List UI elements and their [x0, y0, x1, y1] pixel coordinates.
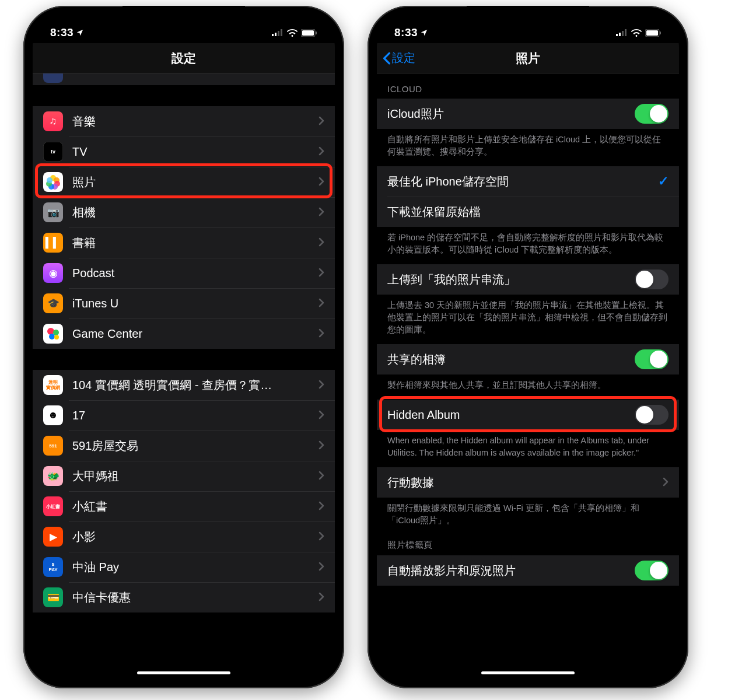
row-autoplay[interactable]: 自動播放影片和原況照片: [377, 555, 679, 586]
svg-rect-19: [619, 33, 621, 36]
row-hidden-album[interactable]: Hidden Album: [377, 400, 679, 430]
music-icon: ♫: [43, 111, 63, 131]
wifi-icon: [631, 29, 642, 37]
row-label: 591房屋交易: [72, 438, 318, 454]
settings-row-podcast[interactable]: ◉Podcast: [33, 258, 335, 288]
settings-row-app5[interactable]: 小紅書小紅書: [33, 491, 335, 522]
settings-row-photos[interactable]: 照片: [33, 167, 335, 197]
photos-settings[interactable]: ICLOUD iCloud照片 自動將所有照片和影片上傳並安全地儲存在 iClo…: [377, 74, 679, 679]
settings-row-app7[interactable]: $ PAY中油 Pay: [33, 552, 335, 582]
row-cellular-data[interactable]: 行動數據: [377, 467, 679, 498]
location-arrow-icon: [420, 29, 428, 37]
footer-icloud: 自動將所有照片和影片上傳並安全地儲存在 iCloud 上，以便您可以從任何裝置瀏…: [377, 129, 679, 166]
nav-bar: 設定: [33, 43, 335, 74]
chevron-right-icon: [318, 236, 324, 250]
home-indicator[interactable]: [481, 671, 575, 674]
settings-row-music[interactable]: ♫音樂: [33, 106, 335, 136]
svg-point-17: [54, 335, 59, 340]
settings-row-books[interactable]: ▍▍書籍: [33, 228, 335, 258]
row-label: 小紅書: [72, 499, 318, 514]
partial-row-top[interactable]: [33, 74, 335, 85]
photos-icon: [43, 172, 63, 192]
label: 最佳化 iPhone儲存空間: [387, 174, 658, 190]
svg-rect-20: [622, 31, 624, 36]
chevron-right-icon: [318, 267, 324, 280]
row-download-originals[interactable]: 下載並保留原始檔: [377, 197, 679, 227]
settings-row-app1[interactable]: 透明 實價網104 實價網 透明實價網 - 查房價？實…: [33, 370, 335, 400]
settings-row-app4[interactable]: 🐲大甲媽祖: [33, 461, 335, 491]
tv-icon: tv: [43, 142, 63, 162]
back-label: 設定: [392, 50, 415, 66]
svg-rect-21: [625, 29, 626, 36]
settings-list[interactable]: ♫音樂tvTV照片📷相機▍▍書籍◉Podcast🎓iTunes UGame Ce…: [33, 74, 335, 679]
toggle-shared-albums[interactable]: [635, 349, 668, 369]
battery-icon: [645, 29, 662, 37]
svg-rect-1: [275, 33, 276, 36]
battery-icon: [301, 29, 317, 37]
itunesu-icon: 🎓: [43, 293, 63, 313]
row-label: iTunes U: [72, 297, 318, 310]
row-label: 照片: [72, 174, 318, 190]
back-button[interactable]: 設定: [383, 50, 415, 66]
app8-icon: 💳: [43, 587, 63, 607]
chevron-right-icon: [318, 561, 324, 574]
settings-row-app3[interactable]: 591591房屋交易: [33, 430, 335, 461]
app1-icon: 透明 實價網: [43, 375, 63, 395]
footer-storage: 若 iPhone 的儲存空間不足，會自動將完整解析度的照片和影片取代為較小的裝置…: [377, 227, 679, 264]
section-header-tags: 照片標籤頁: [377, 535, 679, 555]
home-indicator[interactable]: [137, 671, 230, 674]
row-label: 相機: [72, 205, 318, 220]
toggle-my-photo-stream[interactable]: [635, 270, 668, 289]
notch: [123, 6, 245, 26]
app3-icon: 591: [43, 436, 63, 456]
row-label: 大甲媽祖: [72, 468, 318, 484]
row-shared-albums[interactable]: 共享的相簿: [377, 344, 679, 374]
svg-rect-6: [316, 32, 317, 34]
nav-bar: 設定 照片: [377, 43, 679, 74]
settings-row-gamecenter[interactable]: Game Center: [33, 318, 335, 349]
toggle-hidden-album[interactable]: [635, 405, 668, 425]
svg-point-13: [47, 177, 52, 183]
iphone-frame-right: 8:33 設定 照片 ICLOUD iCloud照片: [368, 6, 688, 688]
row-label: 17: [72, 409, 318, 422]
row-my-photo-stream[interactable]: 上傳到「我的照片串流」: [377, 264, 679, 295]
row-label: TV: [72, 145, 318, 159]
gamecenter-icon: [43, 324, 63, 344]
row-label: 小影: [72, 529, 318, 545]
settings-row-camera[interactable]: 📷相機: [33, 197, 335, 228]
settings-row-itunesu[interactable]: 🎓iTunes U: [33, 288, 335, 318]
svg-rect-24: [660, 32, 661, 34]
footer-shared: 製作相簿來與其他人共享，並且訂閱其他人共享的相簿。: [377, 374, 679, 400]
label: Hidden Album: [387, 408, 635, 422]
row-label: Podcast: [72, 267, 318, 280]
svg-rect-5: [302, 30, 314, 36]
toggle-autoplay[interactable]: [635, 561, 668, 580]
label: 行動數據: [387, 475, 663, 491]
label: 上傳到「我的照片串流」: [387, 272, 635, 288]
chevron-right-icon: [318, 206, 324, 219]
app7-icon: $ PAY: [43, 557, 63, 577]
row-icloud-photos[interactable]: iCloud照片: [377, 99, 679, 129]
settings-row-tv[interactable]: tvTV: [33, 136, 335, 167]
chevron-right-icon: [318, 297, 324, 310]
toggle-icloud-photos[interactable]: [635, 104, 668, 124]
settings-row-app2[interactable]: ☻17: [33, 400, 335, 430]
settings-row-app8[interactable]: 💳中信卡優惠: [33, 582, 335, 612]
svg-rect-2: [278, 31, 279, 36]
label: 下載並保留原始檔: [387, 204, 668, 220]
row-optimize-storage[interactable]: 最佳化 iPhone儲存空間 ✓: [377, 166, 679, 197]
checkmark-icon: ✓: [658, 174, 668, 189]
notch: [467, 6, 589, 26]
row-label: 中油 Pay: [72, 559, 318, 575]
chevron-right-icon: [318, 379, 324, 392]
nav-title: 照片: [516, 50, 540, 66]
status-time: 8:33: [394, 26, 418, 39]
wifi-icon: [287, 29, 298, 37]
chevron-right-icon: [318, 176, 324, 189]
cellular-icon: [616, 29, 628, 36]
chevron-right-icon: [318, 327, 324, 341]
location-arrow-icon: [76, 29, 84, 37]
chevron-right-icon: [318, 470, 324, 483]
chevron-left-icon: [383, 52, 391, 65]
settings-row-app6[interactable]: ▶小影: [33, 522, 335, 552]
